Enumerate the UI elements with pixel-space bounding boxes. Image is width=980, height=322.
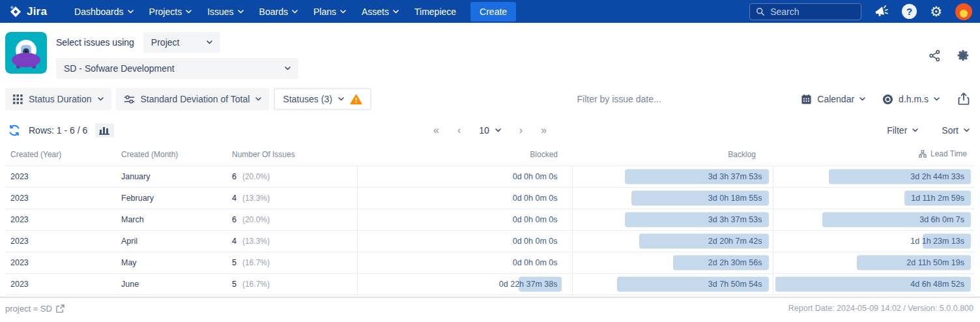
col-header-created-month[interactable]: Created (Month) xyxy=(121,144,232,166)
chevron-down-icon xyxy=(338,97,344,101)
chevron-down-icon xyxy=(859,97,865,101)
top-navbar: Jira Dashboards Projects Issues Boards P… xyxy=(0,0,980,23)
nav-item-boards[interactable]: Boards xyxy=(252,2,306,22)
col-header-blocked[interactable]: Blocked xyxy=(357,144,572,166)
cell-created-month: April xyxy=(121,230,232,252)
duration-format-icon xyxy=(882,94,893,105)
jql-query-text: project = SD xyxy=(5,304,52,314)
report-type-select[interactable]: Status Duration xyxy=(5,88,111,110)
pagination-first-button[interactable]: « xyxy=(433,125,439,136)
cell-issues-percent: (20.0%) xyxy=(242,215,270,224)
cell-backlog: 3d 3h 37m 53s xyxy=(572,209,773,230)
page-size-value: 10 xyxy=(479,125,489,136)
timepiece-app-icon xyxy=(5,32,47,74)
nav-item-plans[interactable]: Plans xyxy=(306,2,354,22)
refresh-icon[interactable] xyxy=(8,124,21,137)
filter-label: Filter xyxy=(887,125,907,136)
col-header-lead-time[interactable]: Lead Time xyxy=(773,144,975,166)
table-controls: Rows: 1 - 6 / 6 « ‹ 10 › » Filter xyxy=(0,118,980,144)
announcement-icon[interactable] xyxy=(874,5,889,18)
pagination-last-button[interactable]: » xyxy=(541,125,547,136)
cell-created-month: May xyxy=(121,252,232,273)
cell-number-of-issues: 6(20.0%) xyxy=(232,166,357,187)
search-box[interactable] xyxy=(749,3,861,20)
chevron-down-icon xyxy=(238,10,244,14)
chevron-down-icon xyxy=(495,128,501,132)
avatar[interactable] xyxy=(955,3,972,20)
cell-blocked: 0d 0h 0m 0s xyxy=(357,230,572,252)
cell-lead-time: 1d 11h 2m 59s xyxy=(773,187,975,209)
cell-number-of-issues: 5(16.7%) xyxy=(232,273,357,295)
cell-blocked: 0d 0h 0m 0s xyxy=(357,209,572,230)
cell-created-month: February xyxy=(121,187,232,209)
calendar-icon xyxy=(801,94,812,105)
chart-toggle-button[interactable] xyxy=(95,123,114,138)
sliders-icon xyxy=(124,95,135,104)
col-header-created-year[interactable]: Created (Year) xyxy=(5,144,121,166)
cell-issues-percent: (16.7%) xyxy=(242,258,270,267)
chevron-down-icon xyxy=(207,40,212,44)
table-row: 2023March6(20.0%)0d 0h 0m 0s3d 3h 37m 53… xyxy=(5,209,975,230)
issue-source-select[interactable]: Project xyxy=(143,32,220,53)
statuses-value: Statuses (3) xyxy=(283,94,332,104)
cell-number-of-issues: 6(20.0%) xyxy=(232,209,357,230)
cell-backlog: 2d 2h 30m 56s xyxy=(572,252,773,273)
group-by-icon xyxy=(919,150,927,158)
nav-item-assets[interactable]: Assets xyxy=(354,2,407,22)
share-icon[interactable] xyxy=(929,50,941,62)
report-toolbar: Status Duration Standard Deviation of To… xyxy=(0,85,980,118)
cell-created-month: March xyxy=(121,209,232,230)
cell-created-year: 2023 xyxy=(5,252,121,273)
table-row: 2023May5(16.7%)0d 0h 0m 0s2d 2h 30m 56s2… xyxy=(5,252,975,273)
col-header-number-of-issues[interactable]: Number Of Issues xyxy=(232,144,357,166)
nav-item-dashboards[interactable]: Dashboards xyxy=(66,2,141,22)
cell-backlog: 2d 20h 7m 42s xyxy=(572,230,773,252)
cell-lead-time: 2d 11h 50m 19s xyxy=(773,252,975,273)
table-row: 2023June5(16.7%)0d 22h 37m 38s3d 7h 50m … xyxy=(5,273,975,295)
cell-created-year: 2023 xyxy=(5,273,121,295)
cell-number-of-issues: 4(13.3%) xyxy=(232,187,357,209)
jira-logo[interactable]: Jira xyxy=(9,5,47,18)
chevron-down-icon xyxy=(285,66,291,70)
warning-icon xyxy=(350,94,362,105)
table-row: 2023April4(13.3%)0d 0h 0m 0s2d 20h 7m 42… xyxy=(5,230,975,252)
filter-dropdown[interactable]: Filter xyxy=(887,125,918,136)
page-size-select[interactable]: 10 xyxy=(479,125,501,136)
nav-menu: Dashboards Projects Issues Boards Plans … xyxy=(66,2,464,22)
nav-item-timepiece[interactable]: Timepiece xyxy=(407,2,464,22)
nav-item-projects[interactable]: Projects xyxy=(141,2,200,22)
metric-select[interactable]: Standard Deviation of Total xyxy=(116,88,270,110)
export-icon[interactable] xyxy=(958,93,970,106)
col-header-backlog[interactable]: Backlog xyxy=(572,144,773,166)
report-settings-gear-icon[interactable] xyxy=(957,49,970,62)
project-select[interactable]: SD - Sofware Development xyxy=(56,58,298,79)
pagination-prev-button[interactable]: ‹ xyxy=(457,125,461,136)
sort-dropdown[interactable]: Sort xyxy=(942,125,970,136)
bar-chart-icon xyxy=(99,126,110,135)
statuses-select[interactable]: Statuses (3) xyxy=(274,88,371,110)
external-link-icon xyxy=(56,304,65,313)
report-header: Select issues using Project SD - Sofware… xyxy=(0,23,980,85)
navbar-right: ? ⚙ xyxy=(749,3,972,20)
jql-query-link[interactable]: project = SD xyxy=(5,304,65,314)
report-meta: Report Date: 2024-05-09 14:02 / Version:… xyxy=(788,304,973,313)
issue-date-filter[interactable]: Filter by issue date... xyxy=(498,94,661,104)
create-button[interactable]: Create xyxy=(470,2,516,22)
table-header-row: Created (Year) Created (Month) Number Of… xyxy=(5,144,975,166)
calendar-select[interactable]: Calendar xyxy=(801,94,865,105)
settings-gear-icon[interactable]: ⚙ xyxy=(930,5,942,18)
cell-created-year: 2023 xyxy=(5,230,121,252)
nav-item-issues[interactable]: Issues xyxy=(199,2,251,22)
search-input[interactable] xyxy=(770,7,848,17)
cell-backlog: 3d 0h 18m 55s xyxy=(572,187,773,209)
metric-value: Standard Deviation of Total xyxy=(141,94,250,104)
project-select-value: SD - Sofware Development xyxy=(64,63,175,74)
chevron-down-icon xyxy=(912,128,918,132)
pagination-next-button[interactable]: › xyxy=(519,125,523,136)
cell-lead-time: 1d 1h 23m 13s xyxy=(773,230,975,252)
help-icon[interactable]: ? xyxy=(902,4,917,19)
cell-created-year: 2023 xyxy=(5,166,121,187)
time-format-select[interactable]: d.h.m.s xyxy=(882,94,940,105)
cell-issues-percent: (16.7%) xyxy=(242,280,270,289)
cell-blocked: 0d 0h 0m 0s xyxy=(357,187,572,209)
